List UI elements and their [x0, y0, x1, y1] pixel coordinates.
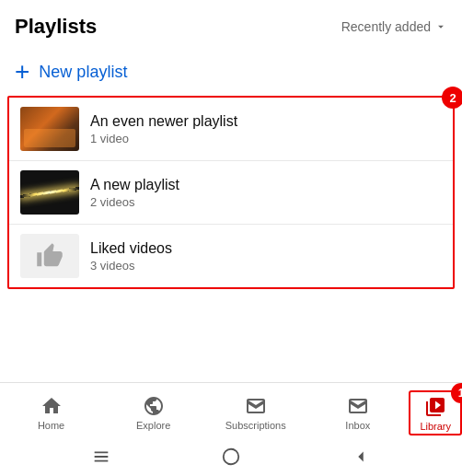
playlist-count-2: 2 videos [90, 195, 179, 209]
nav-item-subscriptions[interactable]: Subscriptions [204, 395, 306, 431]
playlist-item-3[interactable]: Liked videos 3 videos [9, 225, 453, 287]
system-bar [0, 441, 462, 476]
nav-badge: 1 [451, 383, 462, 403]
bottom-nav: Home Explore Subscriptions Inbox 1 Libra… [0, 382, 462, 441]
page-title: Playlists [15, 15, 97, 39]
playlist-list: 2 An even newer playlist 1 video A new p… [7, 96, 455, 289]
playlist-count-1: 1 video [90, 132, 237, 145]
home-system-button[interactable] [221, 447, 241, 470]
playlist-name-3: Liked videos [90, 240, 172, 257]
playlist-name-2: A new playlist [90, 177, 179, 193]
nav-item-library[interactable]: 1 Library [409, 390, 462, 435]
nav-label-subscriptions: Subscriptions [225, 420, 286, 431]
chevron-down-icon [434, 20, 447, 33]
playlist-info-3: Liked videos 3 videos [90, 240, 172, 273]
subscriptions-icon [245, 395, 267, 417]
nav-item-explore[interactable]: Explore [102, 395, 204, 431]
playlist-info-1: An even newer playlist 1 video [90, 113, 237, 145]
playlist-info-2: A new playlist 2 videos [90, 177, 179, 209]
new-playlist-row[interactable]: + New playlist [0, 48, 462, 96]
explore-icon [143, 395, 165, 417]
plus-icon: + [15, 59, 29, 85]
nav-label-library: Library [420, 421, 451, 432]
sort-button[interactable]: Recently added [341, 19, 447, 34]
playlist-thumb-2 [20, 170, 79, 215]
library-icon [424, 396, 446, 418]
inbox-icon [347, 395, 369, 417]
menu-button[interactable] [91, 447, 111, 470]
nav-label-home: Home [38, 420, 64, 431]
sort-label: Recently added [341, 19, 431, 34]
playlist-thumb-1 [20, 107, 79, 151]
nav-label-explore: Explore [136, 420, 170, 431]
nav-label-inbox: Inbox [345, 420, 370, 431]
playlist-name-1: An even newer playlist [90, 113, 237, 130]
playlist-item-2[interactable]: A new playlist 2 videos [9, 161, 453, 225]
playlist-item-1[interactable]: An even newer playlist 1 video [9, 98, 453, 161]
playlist-count-3: 3 videos [90, 259, 172, 273]
home-icon [40, 395, 63, 417]
nav-item-home[interactable]: Home [0, 395, 102, 431]
thumbs-up-icon [36, 242, 64, 270]
list-badge: 2 [442, 87, 462, 109]
svg-point-0 [224, 449, 239, 465]
header: Playlists Recently added [0, 0, 462, 48]
new-playlist-label: New playlist [39, 63, 127, 82]
playlist-thumb-3 [20, 234, 79, 278]
back-button[interactable] [351, 447, 371, 470]
nav-item-inbox[interactable]: Inbox [306, 395, 409, 431]
